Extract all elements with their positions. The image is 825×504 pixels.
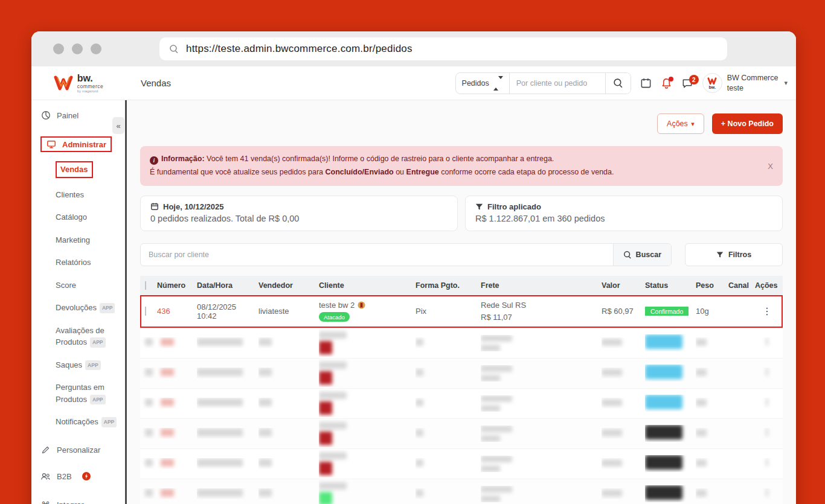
- redacted-order-row[interactable]: [140, 328, 783, 358]
- sidebar-item-relatorios[interactable]: Relatórios: [31, 251, 125, 274]
- header-search-group: Pedidos: [455, 72, 631, 94]
- calendar-icon: [150, 202, 159, 211]
- chevron-down-icon: ▾: [784, 79, 788, 87]
- avatar: bw.: [702, 73, 722, 93]
- notifications-button[interactable]: [661, 77, 672, 89]
- sidebar-item-clientes[interactable]: Clientes: [31, 183, 125, 206]
- search-scope-value: Pedidos: [462, 79, 489, 88]
- messages-count-badge: 2: [689, 75, 699, 85]
- app-header: bw. commerce by magazord Vendas Pedidos: [31, 66, 796, 100]
- messages-button[interactable]: 2: [681, 77, 693, 89]
- sidebar-item-painel[interactable]: Painel: [31, 104, 125, 127]
- select-all-checkbox[interactable]: [145, 281, 146, 290]
- redacted-order-row[interactable]: [140, 358, 783, 388]
- buscar-button[interactable]: Buscar: [613, 244, 671, 266]
- account-menu[interactable]: bw. BW Commerce teste ▾: [702, 73, 788, 94]
- sidebar-item-label: Score: [56, 281, 76, 290]
- sidebar-item-saques[interactable]: SaquesAPP: [31, 354, 125, 377]
- sidebar-item-score[interactable]: Score: [31, 274, 125, 297]
- search-scope-select[interactable]: Pedidos: [456, 73, 510, 94]
- today-summary-card: Hoje, 10/12/2025 0 pedidos realizados. T…: [140, 196, 458, 231]
- window-close-button[interactable]: [53, 43, 64, 54]
- page-title: Vendas: [141, 78, 171, 88]
- column-header-forma-pgto[interactable]: Forma Pgto.: [416, 281, 481, 290]
- redacted-order-row[interactable]: [140, 448, 783, 479]
- banner-line2-post: conforme ocorre cada etapa do processo d…: [439, 168, 614, 176]
- sidebar-item-b2b[interactable]: B2B: [31, 461, 125, 488]
- sidebar-item-vendas[interactable]: Vendas: [31, 156, 125, 183]
- row-checkbox[interactable]: [145, 307, 146, 316]
- filter-icon: [716, 251, 724, 258]
- client-search-input[interactable]: [141, 244, 613, 266]
- column-header-data-hora[interactable]: Data/Hora: [197, 281, 258, 290]
- sidebar-item-catalogo[interactable]: Catálogo: [31, 206, 125, 229]
- filter-card-subtitle: R$ 1.122.867,01 em 360 pedidos: [475, 214, 772, 223]
- sidebar-item-perguntas[interactable]: Perguntas em ProdutosAPP: [31, 376, 125, 410]
- sidebar-item-label: Clientes: [56, 190, 84, 199]
- column-header-canal[interactable]: Canal: [728, 281, 755, 290]
- window-minimize-button[interactable]: [72, 43, 83, 54]
- people-icon: [40, 472, 51, 481]
- client-search-bar: Buscar: [140, 243, 672, 266]
- info-icon: i: [150, 156, 158, 165]
- sidebar-item-integrar[interactable]: ⌘ Integrar: [31, 488, 125, 504]
- column-header-acoes[interactable]: Ações: [755, 281, 783, 290]
- banner-close-button[interactable]: X: [768, 161, 773, 170]
- column-header-numero[interactable]: Número: [157, 281, 197, 290]
- calendar-icon: [640, 77, 652, 89]
- chevron-down-icon: ▾: [691, 120, 695, 127]
- redacted-order-row[interactable]: [140, 479, 783, 504]
- column-header-frete[interactable]: Frete: [481, 281, 602, 290]
- window-controls[interactable]: [53, 43, 101, 54]
- brand-logo[interactable]: bw. commerce by magazord: [31, 66, 125, 100]
- calendar-button[interactable]: [640, 77, 652, 89]
- today-card-subtitle: 0 pedidos realizados. Total de R$ 0,00: [150, 214, 448, 223]
- app-badge: APP: [90, 395, 105, 405]
- acoes-button[interactable]: Ações ▾: [657, 113, 704, 134]
- banner-line1: Você tem 41 venda(s) confirmada(s)! Info…: [205, 155, 554, 163]
- novo-pedido-button[interactable]: + Novo Pedido: [712, 113, 783, 134]
- browser-window: https://teste.admin.bwcommerce.com.br/pe…: [31, 31, 796, 504]
- sidebar-item-notificacoes[interactable]: NotificaçõesAPP: [31, 410, 125, 433]
- search-icon: [623, 250, 632, 259]
- order-row-436[interactable]: 436 08/12/2025 10:42 liviateste teste bw…: [140, 295, 783, 328]
- order-cliente-name: teste bw 2: [319, 301, 355, 310]
- header-search-button[interactable]: [605, 73, 631, 94]
- order-valor: R$ 60,97: [602, 307, 645, 316]
- window-maximize-button[interactable]: [91, 43, 101, 54]
- sort-arrows-icon: [493, 79, 503, 88]
- pencil-icon: [40, 445, 51, 455]
- row-actions-kebab[interactable]: ⋮: [755, 305, 783, 317]
- column-header-vendedor[interactable]: Vendedor: [258, 281, 319, 290]
- header-search-input[interactable]: [510, 73, 605, 94]
- order-cliente-cell: teste bw 2 Atacado: [319, 297, 416, 325]
- app-badge: APP: [100, 303, 115, 313]
- main-content: Ações ▾ + Novo Pedido iInformação: Você …: [127, 100, 796, 504]
- sidebar-item-avaliacoes[interactable]: Avaliações de ProdutosAPP: [31, 319, 125, 354]
- sidebar-item-label: Administrar: [62, 140, 106, 149]
- redacted-order-row[interactable]: [140, 418, 783, 448]
- app-badge: APP: [85, 360, 100, 371]
- sidebar-item-personalizar[interactable]: Personalizar: [31, 437, 125, 461]
- sidebar-item-devolucoes[interactable]: DevoluçõesAPP: [31, 296, 125, 319]
- order-frete-valor: R$ 11,07: [481, 311, 598, 324]
- column-header-status[interactable]: Status: [645, 281, 696, 290]
- command-icon: ⌘: [40, 500, 51, 504]
- sidebar-item-marketing[interactable]: Marketing: [31, 229, 125, 252]
- sidebar-collapse-button[interactable]: «: [112, 117, 124, 134]
- banner-line2-bold1: Concluído/Enviado: [325, 168, 393, 176]
- sidebar-item-label: Painel: [57, 111, 79, 120]
- column-header-peso[interactable]: Peso: [696, 281, 728, 290]
- order-number-link[interactable]: 436: [157, 307, 170, 316]
- logo-text-main: bw.: [77, 74, 104, 83]
- atacado-badge: Atacado: [319, 312, 350, 322]
- banner-line2-mid: ou: [394, 168, 406, 176]
- administrar-submenu: Vendas Clientes Catálogo Marketing Relat…: [31, 155, 125, 437]
- filter-summary-card: Filtro aplicado R$ 1.122.867,01 em 360 p…: [465, 196, 783, 231]
- column-header-valor[interactable]: Valor: [602, 281, 645, 290]
- redacted-order-row[interactable]: [140, 388, 783, 418]
- column-header-cliente[interactable]: Cliente: [319, 281, 416, 290]
- address-bar[interactable]: https://teste.admin.bwcommerce.com.br/pe…: [159, 37, 727, 60]
- filtros-button[interactable]: Filtros: [685, 243, 783, 266]
- sidebar-item-administrar[interactable]: Administrar: [31, 127, 125, 155]
